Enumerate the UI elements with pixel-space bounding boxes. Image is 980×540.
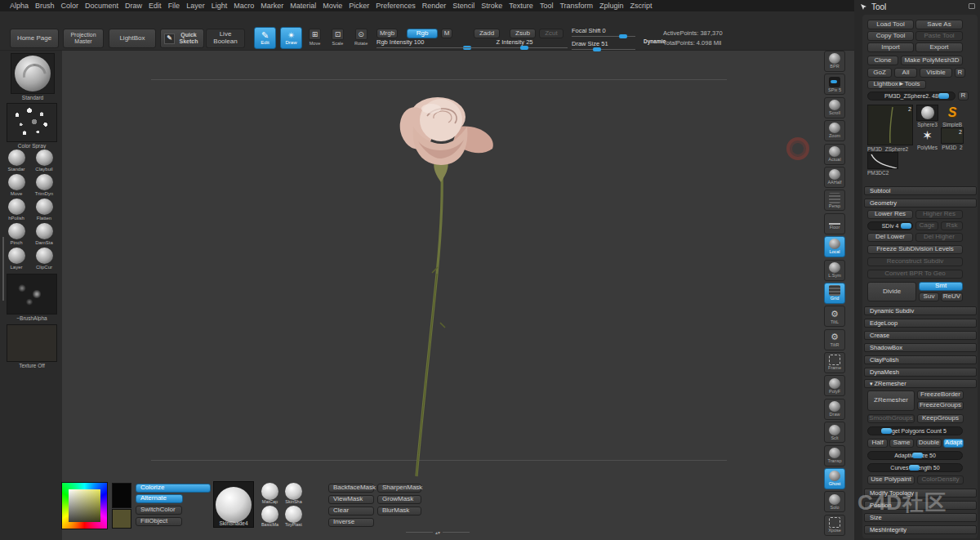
mask-button[interactable]: Clear: [328, 507, 374, 515]
menu-item[interactable]: Layer: [186, 2, 205, 10]
goz-visible-button[interactable]: Visible: [920, 68, 952, 78]
size-section-header[interactable]: Size: [864, 513, 977, 522]
brush-item[interactable]: ClipCur: [30, 248, 58, 272]
home-page-button[interactable]: Home Page: [10, 29, 59, 48]
load-tool-button[interactable]: Load Tool: [867, 20, 914, 29]
shelf-button[interactable]: TiltL: [824, 306, 845, 327]
menu-item[interactable]: Transform: [559, 2, 593, 10]
material-item[interactable]: BasicMa: [258, 504, 282, 527]
make-polymesh3d-button[interactable]: Make PolyMesh3D: [901, 56, 963, 65]
sphere3d-tool-thumbnail[interactable]: [916, 105, 938, 121]
tray-scrollbar[interactable]: [2, 237, 4, 301]
geometry-section-header[interactable]: Geometry: [864, 199, 977, 208]
brush-item[interactable]: Pinch: [2, 223, 30, 248]
shelf-button[interactable]: PolyF: [824, 375, 845, 396]
menu-item[interactable]: File: [168, 2, 180, 10]
import-button[interactable]: Import: [867, 42, 914, 52]
dynamic-subdiv-section-header[interactable]: Dynamic Subdiv: [864, 306, 977, 315]
modify-topology-section-header[interactable]: Modify Topology: [864, 489, 977, 498]
current-material-thumbnail[interactable]: SkinShade4: [213, 481, 254, 528]
brush-item[interactable]: DamSta: [30, 223, 58, 248]
rgb-toggle[interactable]: Rgb: [407, 29, 438, 38]
same-button[interactable]: Same: [889, 439, 914, 448]
target-polygons-slider[interactable]: Target Polygons Count 5: [867, 426, 963, 435]
shadowbox-section-header[interactable]: ShadowBox: [864, 343, 977, 352]
meshintegrity-section-header[interactable]: MeshIntegrity: [864, 525, 977, 534]
menu-item[interactable]: Edit: [149, 2, 162, 10]
goz-button[interactable]: GoZ: [867, 68, 892, 78]
shelf-button[interactable]: Floor: [824, 213, 845, 234]
shelf-button[interactable]: Solo: [824, 491, 845, 512]
menu-item[interactable]: Alpha: [10, 2, 29, 10]
curves-strength-slider[interactable]: Curves Strength 50: [867, 463, 963, 472]
crease-section-header[interactable]: Crease: [864, 331, 977, 340]
panel-options-icon[interactable]: [969, 3, 975, 9]
paste-tool-button[interactable]: Paste Tool: [915, 31, 963, 41]
slider-handle[interactable]: [909, 465, 920, 471]
suv-toggle[interactable]: Suv: [919, 292, 939, 301]
save-as-button[interactable]: Save As: [915, 20, 963, 29]
zremesher-section-header[interactable]: ZRemesher: [864, 379, 977, 388]
menu-item[interactable]: Zplugin: [599, 2, 624, 10]
smt-toggle[interactable]: Smt: [919, 282, 963, 291]
menu-item[interactable]: Brush: [35, 2, 55, 10]
current-brush-thumbnail[interactable]: [11, 53, 55, 94]
switch-color-button[interactable]: SwitchColor: [136, 506, 182, 515]
reuv-button[interactable]: ReUV: [941, 292, 963, 301]
menu-item[interactable]: Draw: [125, 2, 142, 10]
live-boolean-button[interactable]: Live Boolean: [206, 29, 245, 48]
main-color-swatch[interactable]: [112, 483, 131, 508]
color-picker-sv-square[interactable]: [69, 489, 100, 522]
mrgb-toggle[interactable]: Mrgb: [376, 29, 398, 38]
goz-r-button[interactable]: R: [955, 68, 965, 78]
slider-handle[interactable]: [912, 453, 923, 458]
subtool-section-header[interactable]: Subtool: [864, 186, 977, 195]
shelf-button[interactable]: BPR: [824, 51, 845, 72]
slider-handle[interactable]: [593, 47, 601, 51]
color-spray-thumbnail[interactable]: [7, 103, 57, 142]
color-density-slider[interactable]: ColorDensity: [917, 475, 964, 484]
half-button[interactable]: Half: [867, 439, 888, 448]
shelf-button[interactable]: Scroll: [824, 97, 845, 118]
menu-item[interactable]: Render: [422, 2, 447, 10]
freeze-subdivision-button[interactable]: Freeze SubDivision Levels: [867, 245, 963, 254]
brush-alpha-thumbnail[interactable]: [7, 274, 57, 315]
fill-object-button[interactable]: FillObject: [136, 517, 182, 526]
zadd-toggle[interactable]: Zadd: [474, 29, 500, 38]
cage-button[interactable]: Cage: [915, 221, 938, 230]
draw-button[interactable]: ✴Draw: [280, 27, 302, 49]
brush-item[interactable]: hPolish: [2, 199, 30, 223]
slider-handle[interactable]: [901, 223, 911, 229]
mask-button[interactable]: SharpenMask: [377, 484, 421, 493]
shelf-button[interactable]: SPix 5: [824, 74, 845, 95]
slider-handle[interactable]: [619, 34, 627, 38]
slider-handle[interactable]: [881, 428, 892, 434]
alternate-button[interactable]: Alternate: [136, 494, 183, 503]
lightbox-tools-button[interactable]: Lightbox►Tools: [867, 80, 926, 89]
menu-item[interactable]: Document: [85, 2, 118, 10]
copy-tool-button[interactable]: Copy Tool: [867, 31, 914, 41]
mask-button[interactable]: GrowMask: [377, 495, 421, 504]
shelf-button[interactable]: TiltR: [824, 329, 845, 350]
rgb-intensity-slider[interactable]: Rgb Intensity 100: [376, 38, 471, 49]
lightbox-button[interactable]: LightBox: [109, 29, 156, 48]
shelf-button[interactable]: Draw: [824, 399, 845, 420]
colorize-button[interactable]: Colorize: [136, 484, 211, 493]
menu-item[interactable]: Texture: [509, 2, 533, 10]
shelf-button[interactable]: Ghost: [824, 468, 845, 489]
del-higher-button[interactable]: Del Higher: [915, 233, 963, 242]
clone-button[interactable]: Clone: [867, 56, 898, 65]
claypolish-section-header[interactable]: ClayPolish: [864, 355, 977, 364]
menu-item[interactable]: Material: [290, 2, 316, 10]
rose-model[interactable]: [359, 78, 523, 486]
tool-r-button[interactable]: R: [958, 91, 969, 100]
keep-groups-toggle[interactable]: KeepGroups: [917, 414, 964, 423]
export-button[interactable]: Export: [915, 42, 963, 52]
shelf-button[interactable]: Grid: [824, 283, 845, 304]
zcut-toggle[interactable]: Zcut: [539, 29, 564, 38]
zsub-toggle[interactable]: Zsub: [510, 29, 536, 38]
menu-item[interactable]: Macro: [234, 2, 254, 10]
pm3d-tool-thumbnail[interactable]: 2: [941, 127, 964, 144]
shelf-button[interactable]: AAHalf: [824, 167, 845, 188]
adapt-toggle[interactable]: Adapt: [943, 439, 964, 448]
